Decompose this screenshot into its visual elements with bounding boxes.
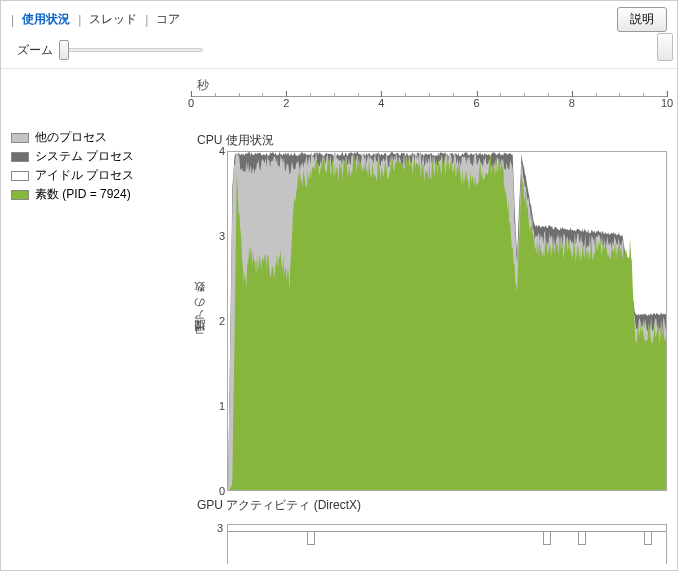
y-tick: 1 — [219, 400, 225, 412]
cpu-usage-chart — [227, 151, 667, 491]
y-tick: 0 — [219, 485, 225, 497]
legend-swatch — [11, 133, 29, 143]
legend-swatch — [11, 152, 29, 162]
y-axis-ticks: 01234 — [207, 151, 227, 491]
y-axis-ticks-gpu: 3 — [191, 524, 227, 564]
legend: 他のプロセス システム プロセス アイドル プロセス 素数 (PID = 792… — [11, 77, 191, 568]
legend-item-idle: アイドル プロセス — [11, 167, 191, 184]
legend-label: システム プロセス — [35, 148, 134, 165]
tab-threads[interactable]: スレッド — [87, 11, 139, 28]
chart-title-gpu: GPU アクティビティ (DirectX) — [197, 497, 667, 514]
legend-item-system: システム プロセス — [11, 148, 191, 165]
x-tick: 2 — [283, 97, 289, 109]
scrollbar-vertical[interactable] — [657, 33, 673, 61]
legend-label: アイドル プロセス — [35, 167, 134, 184]
x-axis: 0246810 — [191, 96, 667, 114]
x-tick: 10 — [661, 97, 673, 109]
legend-label: 他のプロセス — [35, 129, 107, 146]
zoom-slider-thumb[interactable] — [59, 40, 69, 60]
legend-swatch — [11, 171, 29, 181]
legend-item-other: 他のプロセス — [11, 129, 191, 146]
x-axis-label: 秒 — [197, 77, 667, 94]
x-tick: 4 — [378, 97, 384, 109]
tab-separator: | — [145, 13, 148, 27]
view-tabs: | 使用状況 | スレッド | コア — [11, 11, 617, 28]
tab-separator: | — [11, 13, 14, 27]
x-tick: 0 — [188, 97, 194, 109]
x-tick: 8 — [569, 97, 575, 109]
chart-title-cpu: CPU 使用状況 — [197, 132, 667, 149]
y-tick: 3 — [219, 230, 225, 242]
zoom-label: ズーム — [17, 42, 53, 59]
y-tick: 3 — [217, 522, 223, 534]
y-axis-label: 論理コアの数 — [191, 151, 207, 491]
y-tick: 4 — [219, 145, 225, 157]
tab-cores[interactable]: コア — [154, 11, 182, 28]
zoom-slider[interactable] — [63, 40, 203, 60]
tab-usage[interactable]: 使用状況 — [20, 11, 72, 28]
legend-label: 素数 (PID = 7924) — [35, 186, 131, 203]
tab-separator: | — [78, 13, 81, 27]
legend-swatch — [11, 190, 29, 200]
legend-item-app: 素数 (PID = 7924) — [11, 186, 191, 203]
gpu-activity-chart — [227, 524, 667, 564]
help-button[interactable]: 説明 — [617, 7, 667, 32]
y-tick: 2 — [219, 315, 225, 327]
x-tick: 6 — [474, 97, 480, 109]
